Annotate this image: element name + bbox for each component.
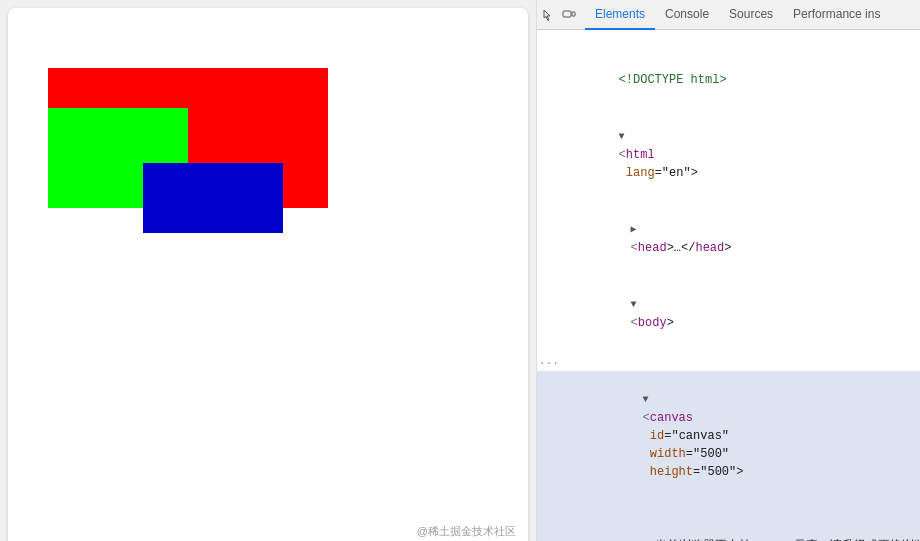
line-content-canvas-text: 当前浏览器不支持canvas元素，请升级或更换浏览器！ xyxy=(561,501,920,541)
dots-indicator: ... xyxy=(539,352,559,370)
code-line-body[interactable]: <body> xyxy=(537,276,920,351)
browser-preview: @稀土掘金技术社区 xyxy=(8,8,528,541)
doctype-text: <!DOCTYPE html> xyxy=(619,73,727,87)
inspect-icon[interactable] xyxy=(541,7,557,23)
arrow-body[interactable] xyxy=(631,296,641,314)
tab-icons xyxy=(541,7,577,23)
svg-rect-1 xyxy=(572,12,575,16)
tab-sources[interactable]: Sources xyxy=(719,0,783,30)
elements-panel-content: <!DOCTYPE html> <html lang="en"> <head>…… xyxy=(537,30,920,541)
code-line-canvas[interactable]: <canvas id="canvas" width="500" height="… xyxy=(537,371,920,500)
line-content-body: <body> xyxy=(561,277,920,350)
tab-performance[interactable]: Performance ins xyxy=(783,0,890,30)
arrow-html[interactable] xyxy=(619,128,629,146)
line-content-doctype: <!DOCTYPE html> xyxy=(561,35,920,107)
tab-console[interactable]: Console xyxy=(655,0,719,30)
line-content-head: <head>…</head> xyxy=(561,202,920,275)
code-line-dots[interactable]: ... xyxy=(537,351,920,371)
devtools-panel: Elements Console Sources Performance ins… xyxy=(536,0,920,541)
svg-rect-0 xyxy=(563,11,571,17)
code-line-head[interactable]: <head>…</head> xyxy=(537,201,920,276)
canvas-area xyxy=(48,68,348,268)
line-gutter-dots: ... xyxy=(537,352,561,370)
line-content-canvas: <canvas id="canvas" width="500" height="… xyxy=(561,372,920,499)
line-content-html: <html lang="en"> xyxy=(561,109,920,200)
blue-rectangle xyxy=(143,163,283,233)
code-line-html[interactable]: <html lang="en"> xyxy=(537,108,920,201)
tab-elements[interactable]: Elements xyxy=(585,0,655,30)
code-line-canvas-text[interactable]: 当前浏览器不支持canvas元素，请升级或更换浏览器！ xyxy=(537,500,920,541)
device-icon[interactable] xyxy=(561,7,577,23)
arrow-canvas[interactable] xyxy=(643,391,653,409)
code-line-doctype[interactable]: <!DOCTYPE html> xyxy=(537,34,920,108)
watermark: @稀土掘金技术社区 xyxy=(417,524,516,539)
devtools-tabs: Elements Console Sources Performance ins xyxy=(537,0,920,30)
arrow-head[interactable] xyxy=(631,221,641,239)
